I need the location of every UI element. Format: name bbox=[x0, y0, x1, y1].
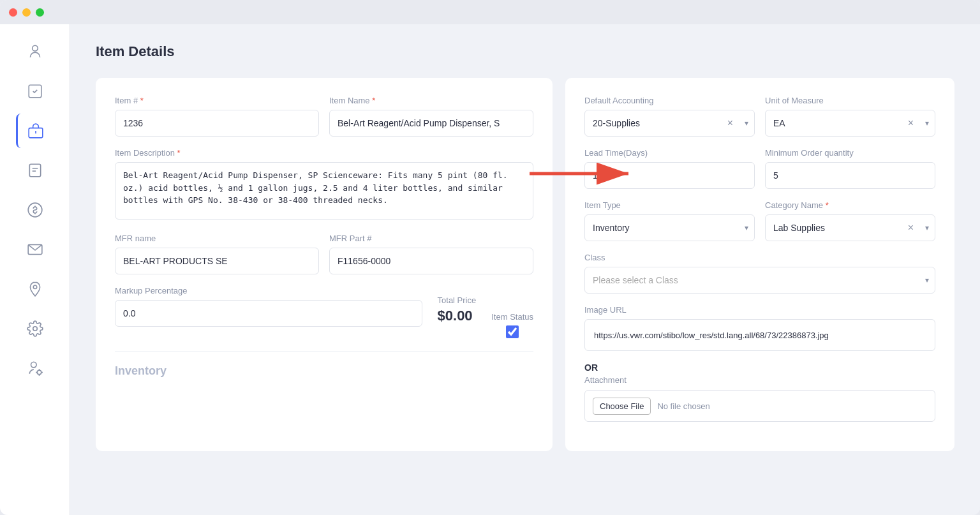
briefcase-icon bbox=[27, 123, 44, 139]
image-url-input[interactable] bbox=[584, 319, 935, 351]
mfr-part-label: MFR Part # bbox=[329, 234, 533, 243]
sidebar bbox=[0, 24, 70, 515]
sidebar-item-person[interactable] bbox=[16, 34, 54, 69]
class-select-wrapper: Please select a Class ▾ bbox=[584, 267, 935, 294]
left-panel: Item # * Item Name * bbox=[96, 78, 553, 451]
item-status-section: Item Status bbox=[491, 312, 533, 338]
attachment-field-group: Attachment Choose File No file chosen bbox=[584, 375, 935, 422]
svg-point-11 bbox=[31, 362, 36, 368]
choose-file-button[interactable]: Choose File bbox=[593, 398, 651, 415]
image-url-label: Image URL bbox=[584, 305, 935, 315]
mail-icon bbox=[27, 241, 43, 258]
min-order-qty-field-group: Minimum Order quantity bbox=[765, 148, 935, 189]
sidebar-item-checklist[interactable] bbox=[16, 74, 54, 108]
mfr-name-label: MFR name bbox=[115, 234, 319, 243]
total-price-value: $0.00 bbox=[438, 308, 477, 324]
content-wrapper: Item # * Item Name * bbox=[96, 78, 954, 451]
app-body: Item Details bbox=[0, 24, 980, 515]
mfr-name-field-group: MFR name bbox=[115, 234, 319, 274]
item-type-select[interactable]: Inventory Non-Inventory Service bbox=[584, 214, 755, 241]
item-type-field-group: Item Type Inventory Non-Inventory Servic… bbox=[584, 200, 755, 241]
sidebar-item-dollar[interactable] bbox=[16, 193, 54, 227]
markup-field-group: Markup Percentage bbox=[115, 286, 422, 327]
item-number-label: Item # * bbox=[115, 96, 319, 105]
lead-time-input[interactable] bbox=[584, 162, 755, 189]
sidebar-item-briefcase[interactable] bbox=[16, 114, 54, 148]
default-accounting-field-group: Default Accounting 20-Supplies × ▾ bbox=[584, 96, 755, 137]
item-type-label: Item Type bbox=[584, 200, 755, 210]
uom-field-group: Unit of Measure EA × ▾ bbox=[765, 96, 935, 137]
category-name-select-wrapper: Lab Supplies × ▾ bbox=[765, 214, 935, 241]
class-select[interactable]: Please select a Class bbox=[584, 267, 935, 294]
lead-time-min-qty-row: Lead Time(Days) Minimum Order quantity bbox=[584, 148, 935, 200]
class-label: Class bbox=[584, 253, 935, 262]
item-description-textarea[interactable]: Bel-Art Reagent/Acid Pump Dispenser, SP … bbox=[115, 162, 533, 220]
location-icon bbox=[27, 281, 43, 297]
accounting-uom-row: Default Accounting 20-Supplies × ▾ bbox=[584, 96, 935, 148]
gear-icon bbox=[27, 320, 43, 337]
svg-point-12 bbox=[37, 370, 41, 375]
mfr-part-input[interactable] bbox=[329, 248, 533, 274]
page-title: Item Details bbox=[96, 43, 954, 60]
item-number-field-group: Item # * bbox=[115, 96, 319, 137]
min-order-qty-input[interactable] bbox=[765, 162, 935, 189]
item-type-select-wrapper: Inventory Non-Inventory Service ▾ bbox=[584, 214, 755, 241]
item-status-label: Item Status bbox=[491, 312, 533, 322]
min-order-qty-label: Minimum Order quantity bbox=[765, 148, 935, 158]
lead-time-label: Lead Time(Days) bbox=[584, 148, 755, 158]
uom-label: Unit of Measure bbox=[765, 96, 935, 105]
mfr-name-input[interactable] bbox=[115, 248, 319, 274]
markup-input[interactable] bbox=[115, 300, 422, 327]
maximize-button[interactable] bbox=[36, 8, 44, 17]
markup-label: Markup Percentage bbox=[115, 286, 422, 295]
right-panel: Default Accounting 20-Supplies × ▾ bbox=[565, 78, 954, 451]
uom-clear-button[interactable]: × bbox=[905, 116, 916, 130]
person-icon bbox=[27, 43, 43, 60]
two-col-layout: Item # * Item Name * bbox=[96, 78, 954, 451]
dollar-icon bbox=[27, 202, 43, 218]
svg-point-9 bbox=[33, 285, 36, 288]
inventory-heading: Inventory bbox=[115, 364, 533, 378]
item-type-category-row: Item Type Inventory Non-Inventory Servic… bbox=[584, 200, 935, 253]
item-name-field-group: Item Name * bbox=[329, 96, 533, 137]
app-window: Item Details bbox=[0, 0, 980, 515]
titlebar bbox=[0, 0, 980, 24]
total-price-field-group: Total Price $0.00 bbox=[438, 295, 477, 327]
uom-select-wrapper: EA × ▾ bbox=[765, 110, 935, 137]
item-name-label: Item Name * bbox=[329, 96, 533, 105]
badge-icon bbox=[27, 162, 43, 179]
sidebar-item-user-settings[interactable] bbox=[16, 351, 54, 385]
default-accounting-select-wrapper: 20-Supplies × ▾ bbox=[584, 110, 755, 137]
svg-point-10 bbox=[33, 327, 37, 331]
item-name-input[interactable] bbox=[329, 110, 533, 137]
main-content: Item Details bbox=[70, 24, 980, 515]
default-accounting-clear-button[interactable]: × bbox=[725, 116, 736, 130]
sidebar-item-settings[interactable] bbox=[16, 311, 54, 346]
bottom-divider bbox=[115, 351, 533, 352]
minimize-button[interactable] bbox=[22, 8, 31, 17]
mfr-row: MFR name MFR Part # bbox=[115, 234, 533, 286]
checklist-icon bbox=[27, 83, 43, 100]
class-field-group: Class Please select a Class ▾ bbox=[584, 253, 935, 294]
or-divider: OR bbox=[584, 362, 935, 373]
lead-time-field-group: Lead Time(Days) bbox=[584, 148, 755, 189]
image-url-field-group: Image URL bbox=[584, 305, 935, 351]
close-button[interactable] bbox=[9, 8, 17, 17]
category-name-clear-button[interactable]: × bbox=[905, 221, 916, 235]
default-accounting-label: Default Accounting bbox=[584, 96, 755, 105]
sidebar-item-location[interactable] bbox=[16, 272, 54, 306]
item-description-label: Item Description * bbox=[115, 148, 533, 158]
category-name-label: Category Name * bbox=[765, 200, 935, 210]
category-name-field-group: Category Name * Lab Supplies × ▾ bbox=[765, 200, 935, 241]
mfr-part-field-group: MFR Part # bbox=[329, 234, 533, 274]
item-status-checkbox[interactable] bbox=[506, 325, 519, 338]
bottom-row: Markup Percentage Total Price $0.00 Item… bbox=[115, 286, 533, 338]
svg-rect-4 bbox=[29, 164, 40, 177]
item-number-input[interactable] bbox=[115, 110, 319, 137]
item-description-field-group: Item Description * Bel-Art Reagent/Acid … bbox=[115, 148, 533, 222]
sidebar-item-badge[interactable] bbox=[16, 153, 54, 188]
attachment-label: Attachment bbox=[584, 375, 935, 385]
file-input-wrapper: Choose File No file chosen bbox=[584, 390, 935, 422]
svg-point-0 bbox=[32, 45, 38, 51]
sidebar-item-mail[interactable] bbox=[16, 232, 54, 267]
